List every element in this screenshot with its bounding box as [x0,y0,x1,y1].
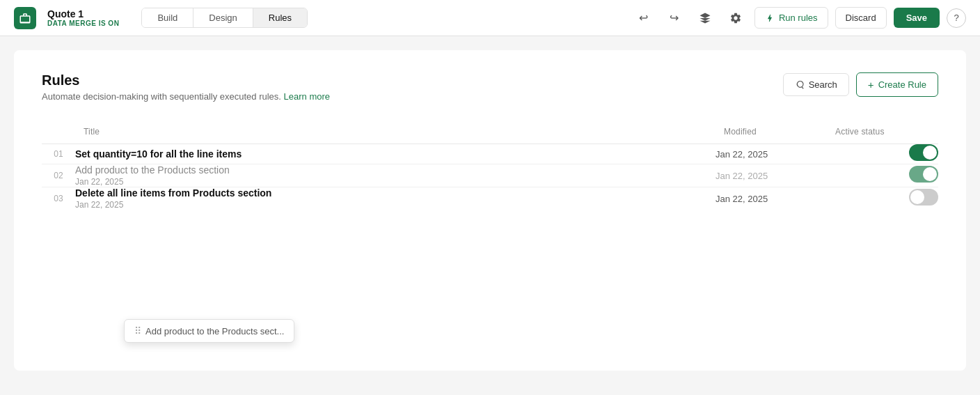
undo-button[interactable]: ↩ [632,6,656,30]
row-3-toggle[interactable] [909,189,938,206]
page-title: Rules [42,72,330,88]
redo-button[interactable]: ↪ [663,6,686,30]
toolbar-actions: ↩ ↪ Run rules Discard Save ? [632,6,966,30]
search-button[interactable]: Search [783,73,849,96]
rules-table-container: Title Modified Active status 01 Set quan… [42,121,938,210]
row-3-title: Delete all line items from Products sect… [75,187,716,199]
layers-button[interactable] [693,6,717,30]
plus-icon: + [868,79,874,91]
doc-info: Quote 1 DATA MERGE IS ON [47,8,119,27]
page-header: Rules Automate decision-making with sequ… [42,72,938,102]
search-icon [795,80,805,90]
drag-tooltip: ⠿ Add product to the Products sect... [124,319,294,343]
row-2-toggle[interactable] [909,166,938,183]
tab-build[interactable]: Build [142,8,193,27]
discard-button[interactable]: Discard [835,7,887,29]
save-button[interactable]: Save [894,8,940,28]
row-1-status [827,144,938,164]
col-modified: Modified [716,121,827,144]
row-3-content[interactable]: Delete all line items from Products sect… [75,187,716,210]
learn-more-link[interactable]: Learn more [284,91,330,102]
table-row: 01 Set quantity=10 for all the line item… [42,144,938,164]
row-num-01: 01 [42,144,75,164]
create-rule-button[interactable]: + Create Rule [856,72,938,97]
table-row: 03 Delete all line items from Products s… [42,187,938,210]
table-body: 01 Set quantity=10 for all the line item… [42,144,938,210]
help-button[interactable]: ? [947,8,966,28]
lightning-icon [765,13,775,23]
app-icon [14,7,36,29]
rules-table: Title Modified Active status 01 Set quan… [42,121,938,210]
main-content: Rules Automate decision-making with sequ… [14,50,966,371]
row-1-title: Set quantity=10 for all the line items [75,148,716,160]
row-2-status [827,164,938,187]
col-title: Title [75,121,716,144]
briefcase-icon [19,12,31,24]
nav-tabs: Build Design Rules [141,8,308,28]
col-status: Active status [827,121,938,144]
row-3-modified: Jan 22, 2025 [716,187,827,210]
page-subtitle: Automate decision-making with sequential… [42,91,330,102]
row-3-status [827,187,938,210]
row-3-date: Jan 22, 2025 [75,200,716,210]
topbar: Quote 1 DATA MERGE IS ON Build Design Ru… [0,0,980,36]
row-1-modified: Jan 22, 2025 [716,144,827,164]
drag-dots-icon: ⠿ [134,325,141,336]
table-row: 02 Add product to the Products section J… [42,164,938,187]
doc-title: Quote 1 [47,8,119,20]
row-2-modified: Jan 22, 2025 [716,164,827,187]
row-2-content[interactable]: Add product to the Products section Jan … [75,164,716,187]
tab-design[interactable]: Design [193,8,252,27]
tab-rules[interactable]: Rules [253,8,307,27]
data-merge-badge: DATA MERGE IS ON [47,20,119,27]
row-num-03: 03 [42,187,75,210]
row-2-title: Add product to the Products section [75,164,716,176]
row-1-toggle[interactable] [909,144,938,161]
row-1-content[interactable]: Set quantity=10 for all the line items [75,144,716,164]
drag-tooltip-text: Add product to the Products sect... [145,326,284,336]
row-num-02: 02 [42,164,75,187]
row-2-date: Jan 22, 2025 [75,177,716,187]
settings-button[interactable] [724,6,748,30]
run-rules-button[interactable]: Run rules [754,7,828,29]
table-header: Title Modified Active status [42,121,938,144]
